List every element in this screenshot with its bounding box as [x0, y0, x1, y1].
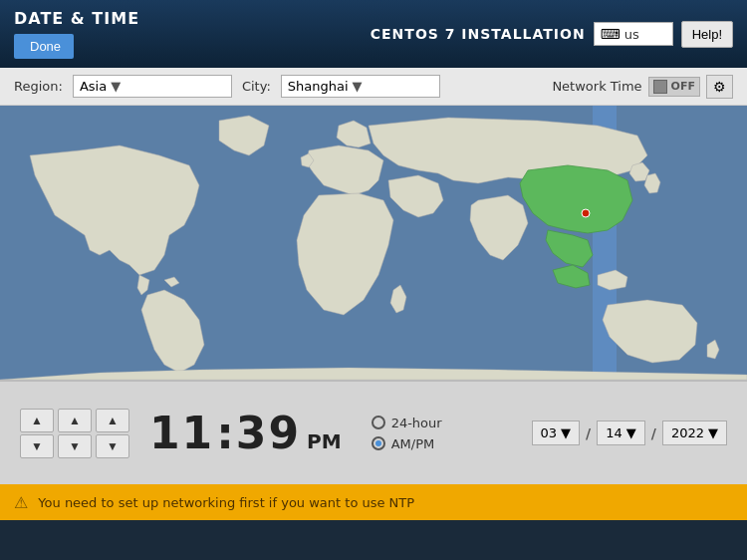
- time-format-options: 24-hour AM/PM: [372, 416, 442, 451]
- done-button[interactable]: Done: [14, 34, 74, 59]
- format-24h-label: 24-hour: [391, 416, 442, 430]
- network-time-label: Network Time: [552, 79, 641, 94]
- map-svg: [0, 106, 747, 380]
- month-dropdown[interactable]: 03 ▼: [532, 420, 581, 445]
- month-value: 03: [541, 425, 558, 440]
- format-24h-radio[interactable]: [372, 416, 385, 429]
- format-ampm-radio[interactable]: [372, 436, 385, 450]
- world-map[interactable]: [0, 106, 747, 380]
- region-dropdown[interactable]: Asia ▼: [73, 75, 232, 98]
- ampm-spinner: ▲ ▼: [96, 409, 129, 458]
- minutes-down-button[interactable]: ▼: [58, 434, 92, 458]
- region-value: Asia: [80, 79, 107, 94]
- centos-title: CENTOS 7 INSTALLATION: [371, 26, 586, 42]
- minutes-spinner: ▲ ▼: [58, 409, 92, 458]
- warning-text: You need to set up networking first if y…: [38, 495, 414, 510]
- year-dropdown[interactable]: 2022 ▼: [662, 420, 727, 445]
- minutes-display: 39: [236, 408, 301, 458]
- gear-icon: ⚙: [713, 79, 726, 95]
- city-value: Shanghai: [288, 79, 349, 94]
- year-value: 2022: [671, 425, 704, 440]
- time-spinners: ▲ ▼ ▲ ▼ ▲ ▼: [20, 409, 129, 458]
- hours-display: 11: [149, 408, 214, 458]
- minutes-up-button[interactable]: ▲: [58, 409, 92, 432]
- time-area: ▲ ▼ ▲ ▼ ▲ ▼ 11 : 39 PM 24-hour AM/PM: [0, 380, 747, 484]
- time-colon: :: [216, 408, 234, 458]
- format-24h-option[interactable]: 24-hour: [372, 416, 442, 430]
- header-right: CENTOS 7 INSTALLATION ⌨ us Help!: [371, 21, 733, 48]
- warning-bar: ⚠ You need to set up networking first if…: [0, 484, 747, 520]
- city-dropdown[interactable]: Shanghai ▼: [281, 75, 440, 98]
- hours-spinner: ▲ ▼: [20, 409, 54, 458]
- help-button[interactable]: Help!: [681, 21, 733, 48]
- hours-up-button[interactable]: ▲: [20, 409, 54, 432]
- day-dropdown[interactable]: 14 ▼: [597, 420, 645, 445]
- format-ampm-option[interactable]: AM/PM: [372, 436, 442, 451]
- header: DATE & TIME Done CENTOS 7 INSTALLATION ⌨…: [0, 0, 747, 68]
- city-label: City:: [242, 79, 271, 94]
- toggle-state: OFF: [671, 80, 695, 93]
- month-dropdown-arrow: ▼: [561, 425, 571, 440]
- day-value: 14: [606, 425, 622, 440]
- date-selectors: 03 ▼ / 14 ▼ / 2022 ▼: [532, 420, 727, 445]
- ampm-down-button[interactable]: ▼: [96, 434, 129, 458]
- warning-icon: ⚠: [14, 493, 28, 512]
- network-time-section: Network Time OFF ⚙: [552, 75, 733, 99]
- ntp-settings-button[interactable]: ⚙: [706, 75, 733, 99]
- day-dropdown-arrow: ▼: [626, 425, 636, 440]
- year-dropdown-arrow: ▼: [708, 425, 718, 440]
- header-left: DATE & TIME Done: [14, 9, 139, 59]
- date-separator-2: /: [651, 425, 656, 441]
- page-title: DATE & TIME: [14, 9, 139, 28]
- date-separator-1: /: [586, 425, 591, 441]
- region-label: Region:: [14, 79, 63, 94]
- format-ampm-label: AM/PM: [391, 436, 435, 451]
- ampm-up-button[interactable]: ▲: [96, 409, 129, 432]
- keyboard-icon: ⌨: [601, 26, 621, 42]
- city-dropdown-arrow: ▼: [353, 79, 363, 94]
- keyboard-layout-input[interactable]: ⌨ us: [594, 22, 673, 46]
- keyboard-layout-value: us: [624, 27, 639, 42]
- toolbar: Region: Asia ▼ City: Shanghai ▼ Network …: [0, 68, 747, 106]
- svg-point-2: [582, 209, 590, 217]
- hours-down-button[interactable]: ▼: [20, 434, 54, 458]
- network-time-toggle[interactable]: OFF: [648, 77, 700, 97]
- ampm-display: PM: [307, 429, 342, 453]
- toggle-indicator: [653, 80, 667, 94]
- region-dropdown-arrow: ▼: [111, 79, 121, 94]
- time-display-group: 11 : 39 PM: [149, 408, 342, 458]
